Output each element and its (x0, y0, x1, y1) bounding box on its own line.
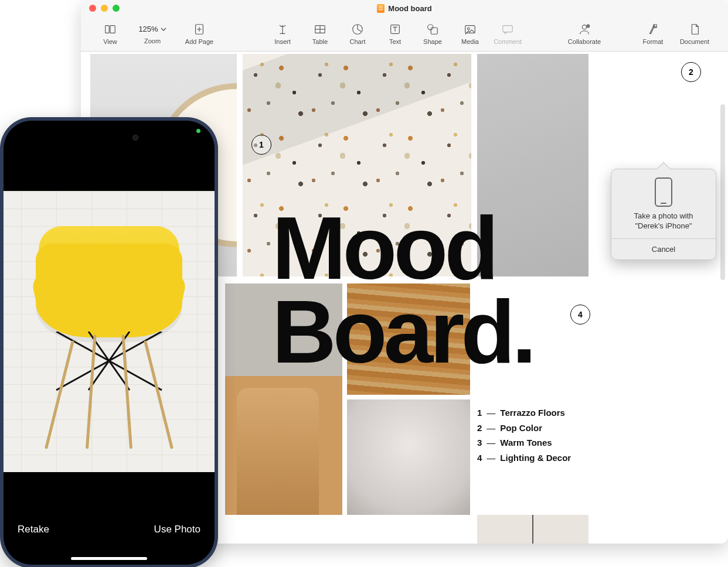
zoom-label: Zoom (144, 37, 161, 45)
continuity-camera-popover: Take a photo with "Derek's iPhone" Cance… (611, 169, 716, 260)
insert-icon (276, 23, 289, 36)
camera-action-bar: Retake Use Photo (4, 506, 215, 565)
text-icon (389, 23, 402, 36)
callout-2[interactable]: 2 (681, 62, 701, 82)
zoom-control[interactable]: 125% Zoom (129, 16, 176, 52)
insert-label: Insert (274, 38, 291, 45)
add-page-label: Add Page (185, 38, 213, 45)
view-label: View (103, 38, 117, 45)
comment-button[interactable]: Comment (489, 16, 526, 52)
legend-label: Lighting & Decor (500, 450, 571, 466)
legend-item: 3—Warm Tones (477, 435, 571, 450)
legend-item: 1—Terrazzo Floors (477, 405, 571, 421)
table-icon (314, 23, 326, 36)
collaborate-label: Collaborate (568, 38, 601, 45)
svg-point-13 (467, 28, 470, 30)
add-page-icon (193, 23, 206, 36)
svg-rect-10 (431, 28, 437, 34)
shape-label: Shape (423, 38, 442, 45)
chevron-down-icon (161, 26, 166, 32)
collaborate-icon (578, 23, 591, 36)
shape-button[interactable]: Shape (414, 16, 451, 52)
legend-label: Terrazzo Floors (500, 405, 565, 421)
chair-legs (39, 332, 179, 449)
scrollbar-thumb[interactable] (720, 104, 725, 280)
callout-text: 4 (578, 310, 583, 319)
format-icon (647, 23, 659, 36)
popover-line2: "Derek's iPhone" (635, 221, 692, 230)
legend-dash: — (487, 435, 495, 450)
view-icon (104, 23, 117, 36)
legend-num: 4 (477, 450, 482, 466)
iphone-screen: Retake Use Photo (4, 121, 215, 565)
zoom-value: 125% (138, 25, 158, 33)
window-title-text: Mood board (388, 4, 431, 13)
image-lamp[interactable] (477, 515, 588, 544)
svg-rect-14 (503, 25, 513, 32)
camera-indicator-icon (196, 129, 200, 133)
legend-num: 3 (477, 435, 482, 450)
table-label: Table (312, 38, 328, 45)
popover-cancel-label: Cancel (652, 245, 675, 254)
legend-dash: — (487, 405, 495, 421)
callout-text: 1 (259, 140, 264, 149)
vertical-scrollbar[interactable] (719, 104, 727, 541)
legend-item: 2—Pop Color (477, 421, 571, 436)
camera-preview[interactable] (4, 191, 215, 472)
legend-num: 1 (477, 405, 482, 421)
document-panel-icon (688, 23, 701, 36)
legend-item: 4—Lighting & Decor (477, 450, 571, 466)
legend: 1—Terrazzo Floors 2—Pop Color 3—Warm Ton… (477, 405, 571, 465)
collaborate-button[interactable]: Collaborate (558, 16, 611, 52)
insert-button[interactable]: Insert (264, 16, 301, 52)
format-button[interactable]: Format (634, 16, 672, 52)
titlebar: Mood board (81, 0, 728, 16)
legend-dash: — (487, 450, 495, 466)
popover-cancel-button[interactable]: Cancel (611, 238, 716, 259)
comment-icon (501, 23, 514, 36)
text-label: Text (389, 38, 401, 45)
media-label: Media (461, 38, 479, 45)
callout-1[interactable]: 1 (251, 135, 271, 155)
iphone-device: Retake Use Photo (0, 117, 218, 567)
add-page-button[interactable]: Add Page (176, 16, 223, 52)
document-label: Document (680, 38, 709, 45)
shape-icon (426, 23, 439, 36)
phone-icon (655, 177, 672, 207)
text-button[interactable]: Text (376, 16, 414, 52)
image-concrete[interactable] (477, 54, 588, 276)
legend-dash: — (487, 421, 495, 436)
popover-message: Take a photo with "Derek's iPhone" (611, 211, 716, 238)
chart-button[interactable]: Chart (339, 16, 376, 52)
svg-point-11 (428, 24, 433, 29)
image-terrazzo[interactable] (243, 54, 471, 276)
format-label: Format (643, 38, 664, 45)
image-wood[interactable] (347, 284, 470, 395)
chair-seat (36, 244, 182, 337)
comment-label: Comment (494, 38, 522, 45)
home-indicator[interactable] (71, 557, 147, 560)
legend-label: Warm Tones (500, 435, 552, 450)
document-button[interactable]: Document (672, 16, 717, 52)
toolbar: View 125% Zoom Add Page Insert Table (81, 16, 728, 52)
dynamic-island (74, 129, 144, 146)
chart-label: Chart (350, 38, 366, 45)
retake-button[interactable]: Retake (18, 524, 49, 535)
popover-line1: Take a photo with (634, 211, 693, 220)
svg-rect-1 (110, 25, 115, 33)
view-button[interactable]: View (91, 16, 129, 52)
legend-num: 2 (477, 421, 482, 436)
media-button[interactable]: Media (451, 16, 489, 52)
window-title: Mood board (81, 4, 728, 13)
document-icon (377, 4, 385, 13)
callout-4[interactable]: 4 (570, 305, 590, 325)
callout-text: 2 (689, 67, 693, 77)
table-button[interactable]: Table (301, 16, 339, 52)
media-icon (464, 23, 477, 36)
svg-point-15 (582, 25, 586, 29)
use-photo-button[interactable]: Use Photo (154, 524, 200, 535)
svg-rect-0 (106, 25, 109, 33)
image-fur[interactable] (347, 399, 470, 515)
legend-label: Pop Color (500, 421, 542, 436)
image-sofa[interactable] (225, 284, 342, 515)
